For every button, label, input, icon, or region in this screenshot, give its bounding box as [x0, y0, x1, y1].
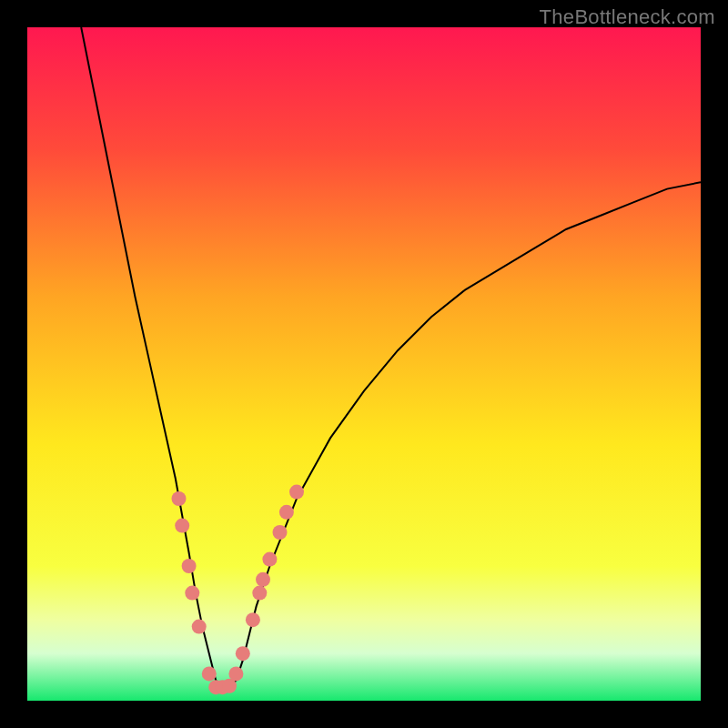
marker-point — [182, 559, 197, 573]
plot-area — [27, 27, 701, 701]
marker-point — [246, 612, 260, 627]
bottleneck-chart — [27, 27, 701, 701]
marker-point — [175, 519, 189, 533]
marker-point — [236, 646, 250, 661]
chart-container: TheBottleneck.com — [0, 0, 728, 728]
marker-point — [273, 525, 288, 540]
marker-point — [289, 485, 304, 500]
marker-point — [256, 572, 270, 587]
gradient-background — [27, 27, 701, 701]
marker-point — [192, 620, 207, 634]
marker-point — [252, 586, 267, 601]
watermark-text: TheBottleneck.com — [540, 5, 715, 29]
marker-point — [262, 552, 277, 567]
marker-point — [172, 491, 187, 506]
marker-point — [279, 505, 294, 520]
marker-point — [228, 666, 243, 681]
marker-point — [185, 586, 199, 601]
marker-point — [202, 666, 217, 681]
